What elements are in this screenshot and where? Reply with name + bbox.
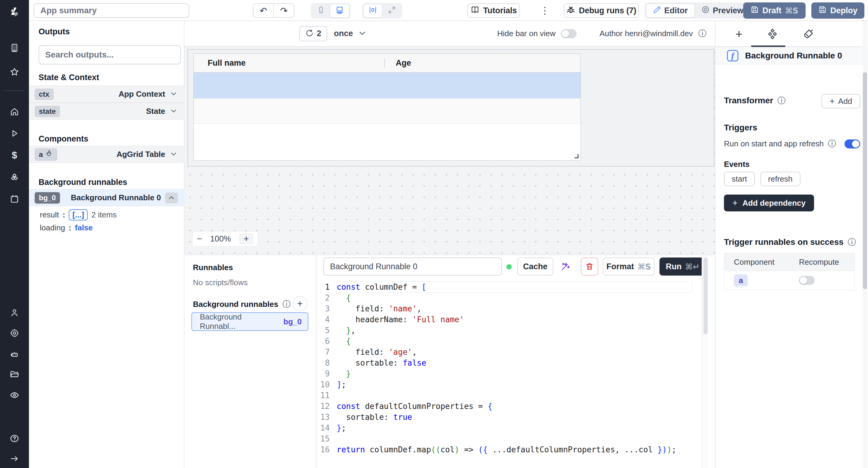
code-line[interactable]: 8 sortable: false: [316, 358, 702, 368]
code-line[interactable]: 12const defaultColumnProperties = {: [316, 401, 702, 412]
variables-icon[interactable]: $: [8, 148, 21, 162]
code-line[interactable]: 14};: [316, 423, 702, 433]
code-scrollbar-thumb[interactable]: [704, 258, 708, 334]
full-width-layout-button[interactable]: [382, 4, 401, 18]
code-line[interactable]: 9 }: [316, 368, 702, 379]
home-icon[interactable]: [8, 105, 21, 119]
selected-component-outline[interactable]: Full name Age: [187, 49, 714, 167]
add-dependency-button[interactable]: + Add dependency: [724, 195, 814, 211]
line-number: 8: [316, 358, 330, 368]
app-summary-input[interactable]: [34, 3, 189, 18]
schedules-icon[interactable]: [8, 193, 21, 206]
code-line[interactable]: 13 sortable: true: [316, 412, 702, 423]
code-line[interactable]: 4 headerName: 'Full name': [316, 314, 702, 325]
chevron-down-icon[interactable]: [169, 150, 178, 159]
runnable-name-input[interactable]: [323, 258, 502, 275]
output-row-bg0[interactable]: bg_0 Background Runnable 0: [29, 189, 184, 206]
code-line[interactable]: 11: [316, 390, 702, 401]
debug-runs-button[interactable]: Debug runs (7): [564, 3, 639, 18]
zoom-in-button[interactable]: +: [239, 233, 253, 244]
right-panel-scrollbar[interactable]: [863, 21, 867, 468]
draft-button[interactable]: Draft ⌘S: [743, 2, 806, 19]
refresh-count-button[interactable]: 2: [299, 26, 327, 41]
code-scrollbar[interactable]: [702, 255, 708, 468]
save-icon: [750, 5, 759, 16]
deploy-button[interactable]: Deploy: [811, 2, 864, 19]
result-row[interactable]: result : [...] 2 items: [40, 209, 117, 221]
more-menu-kebab-icon[interactable]: ⋮: [538, 4, 552, 17]
info-icon[interactable]: ⓘ: [828, 140, 836, 148]
table-row-selected[interactable]: [194, 73, 581, 98]
code-line[interactable]: 2 {: [316, 293, 702, 303]
audit-eye-icon[interactable]: [8, 389, 21, 402]
code-line[interactable]: 10];: [316, 379, 702, 390]
table-col-fullname[interactable]: Full name: [194, 59, 384, 68]
right-panel-scrollbar-thumb[interactable]: [863, 72, 867, 289]
run-button[interactable]: Run ⌘↵: [659, 258, 706, 275]
help-icon[interactable]: [8, 432, 21, 445]
code-line[interactable]: 3 field: 'name',: [316, 303, 702, 314]
table-col-age[interactable]: Age: [385, 59, 411, 68]
ai-wand-icon[interactable]: [558, 259, 572, 274]
recompute-toggle[interactable]: [799, 276, 815, 285]
runs-icon[interactable]: [8, 127, 21, 140]
output-row-state[interactable]: state State: [29, 103, 184, 120]
result-expand-box[interactable]: [...]: [69, 209, 88, 221]
result-count: 2 items: [91, 210, 117, 220]
code-line[interactable]: 15: [316, 433, 702, 444]
code-line[interactable]: 16return columnDef.map((col) => ({ ...de…: [316, 444, 702, 455]
code-line[interactable]: 1const columnDef = [: [316, 281, 702, 293]
editor-tab[interactable]: Editor: [646, 4, 695, 18]
zoom-out-button[interactable]: −: [197, 234, 202, 244]
resize-handle[interactable]: [575, 154, 579, 158]
resources-icon[interactable]: [8, 171, 21, 184]
collapse-chevron-up-button[interactable]: [165, 193, 178, 203]
schedule-dropdown[interactable]: once: [334, 29, 367, 39]
aggrid-table-component[interactable]: Full name Age: [193, 54, 581, 161]
theme-brush-tab[interactable]: [802, 27, 815, 41]
code-line[interactable]: 7 field: 'age',: [316, 347, 702, 358]
bg-runnable-list-item[interactable]: Background Runnabl... bg_0: [191, 312, 308, 331]
format-button[interactable]: Format ⌘S: [603, 258, 655, 275]
favorites-icon[interactable]: [8, 65, 21, 78]
tutorials-button[interactable]: Tutorials: [467, 3, 520, 18]
chevron-down-icon[interactable]: [169, 90, 178, 99]
redo-button[interactable]: ↷: [274, 4, 294, 17]
workspace-icon[interactable]: [8, 41, 21, 55]
info-icon[interactable]: ⓘ: [698, 30, 707, 38]
folders-icon[interactable]: [8, 368, 21, 381]
delete-runnable-button[interactable]: [581, 258, 598, 275]
insert-component-tab[interactable]: +: [733, 27, 746, 41]
undo-button[interactable]: ↶: [253, 4, 274, 17]
settings-gear-icon[interactable]: [8, 327, 21, 340]
cache-button[interactable]: Cache: [517, 258, 553, 275]
users-icon[interactable]: [8, 306, 21, 319]
code-editor-content[interactable]: 1const columnDef = [2 {3 field: 'name',4…: [316, 281, 702, 455]
code-line[interactable]: 5 },: [316, 325, 702, 336]
event-pill-start: start: [724, 172, 755, 186]
info-icon[interactable]: ⓘ: [848, 238, 856, 246]
output-row-component-a[interactable]: a AgGrid Table: [29, 146, 184, 163]
component-settings-tab[interactable]: [766, 27, 779, 41]
center-layout-button[interactable]: [363, 4, 382, 18]
code-line[interactable]: 6 {: [316, 336, 702, 347]
desktop-view-button[interactable]: [330, 4, 349, 18]
info-icon[interactable]: ⓘ: [282, 300, 290, 308]
run-shortcut: ⌘↵: [685, 262, 700, 271]
workers-robot-icon[interactable]: [8, 348, 21, 361]
run-on-start-toggle[interactable]: [844, 139, 860, 148]
table-row[interactable]: [194, 98, 581, 124]
mobile-view-button[interactable]: [312, 4, 330, 18]
output-row-ctx[interactable]: ctx App Context: [29, 86, 184, 103]
windmill-logo-icon[interactable]: [8, 5, 21, 19]
collapse-arrow-icon[interactable]: [8, 452, 21, 465]
component-a-chip[interactable]: a: [734, 274, 748, 287]
hide-bar-toggle[interactable]: [561, 29, 577, 38]
add-transformer-button[interactable]: + Add: [822, 94, 860, 108]
search-outputs-input[interactable]: [38, 45, 181, 64]
chevron-down-icon[interactable]: [169, 107, 178, 116]
canvas-grid[interactable]: Full name Age − 100% +: [184, 47, 715, 255]
info-icon[interactable]: ⓘ: [777, 97, 785, 105]
add-background-runnable-button[interactable]: +: [292, 296, 307, 311]
preview-tab[interactable]: Preview: [695, 4, 750, 18]
